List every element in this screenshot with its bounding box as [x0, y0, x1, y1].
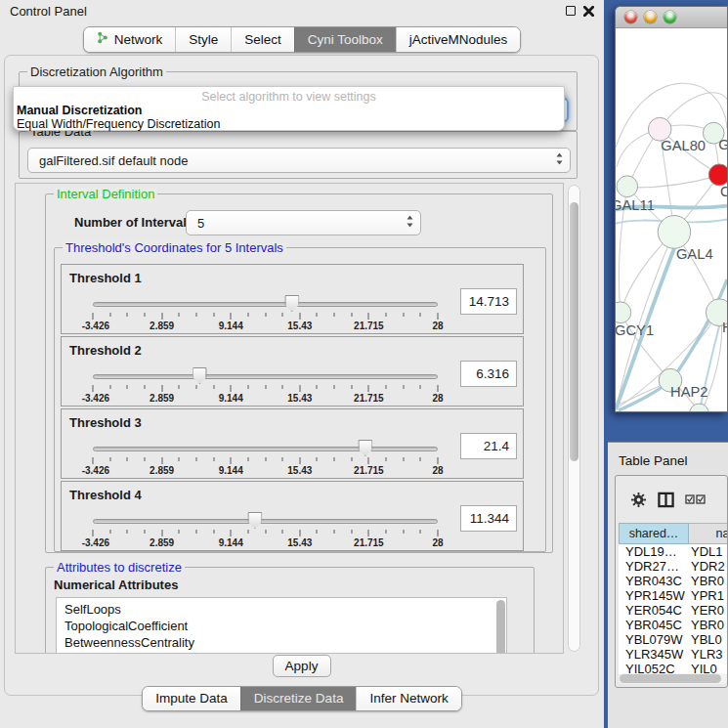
table-row[interactable]: YLR345WYLR3 — [619, 647, 728, 662]
control-panel: Control Panel NetworkStyleSelectCyni Too… — [0, 0, 604, 728]
tab-cyni-toolbox[interactable]: Cyni Toolbox — [294, 27, 396, 52]
split-columns-icon[interactable] — [658, 492, 674, 508]
table-cell: YLR345W — [619, 647, 687, 662]
attribute-item-topologicalcoefficient[interactable]: TopologicalCoefficient — [64, 618, 506, 634]
select-columns-checkboxes-icon[interactable] — [685, 493, 707, 505]
slider-thumb[interactable] — [193, 367, 207, 384]
group-title-interval-definition: Interval Definition — [54, 187, 157, 201]
table-row[interactable]: YBL079WYBL0 — [619, 632, 728, 647]
slider-track[interactable] — [93, 519, 438, 524]
table-cell: YDR27… — [619, 559, 687, 574]
group-title-discretization-algorithm: Discretization Algorithm — [27, 64, 166, 79]
cyni-toolbox-panel: Discretization Algorithm Select algorith… — [4, 55, 599, 696]
gear-icon[interactable] — [630, 492, 647, 508]
threshold-value-field[interactable]: 21.4 — [460, 433, 517, 459]
table-cell: YLR3 — [687, 647, 723, 662]
close-traffic-light[interactable] — [624, 11, 637, 23]
network-node[interactable] — [690, 404, 709, 411]
network-node-gcy1[interactable] — [616, 302, 631, 323]
threshold-panel-3: Threshold 3-3.4262.8599.14415.4321.71528… — [61, 408, 524, 479]
table-cell: YBR045C — [619, 618, 687, 632]
table-panel: Table Panel — [608, 442, 728, 728]
threshold-panel-4: Threshold 4-3.4262.8599.14415.4321.71528… — [61, 481, 524, 551]
float-window-icon[interactable] — [566, 6, 576, 16]
algorithm-dropdown-list: Select algorithm to view settings Manual… — [13, 86, 565, 131]
table-toolbar — [616, 476, 727, 523]
threshold-label: Threshold 2 — [69, 343, 142, 358]
tab-impute-data[interactable]: Impute Data — [143, 687, 240, 710]
network-node-c[interactable] — [708, 164, 727, 186]
number-of-intervals-label: Number of Intervals — [74, 215, 193, 230]
table-row[interactable]: YDL19…YDL1 — [619, 544, 728, 559]
table-cell: YBL079W — [619, 632, 687, 647]
column-header-shared-name[interactable]: shared… — [619, 523, 689, 544]
control-panel-titlebar: Control Panel — [0, 0, 604, 21]
slider-thumb[interactable] — [284, 295, 299, 312]
attribute-item-betweennesscentrality[interactable]: BetweennessCentrality — [64, 634, 506, 651]
table-row[interactable]: YBR045CYBR0 — [619, 618, 728, 632]
network-canvas[interactable]: GAL80GACGAL11GAL4GCY1HHAP2 — [616, 29, 727, 411]
threshold-label: Threshold 1 — [69, 271, 142, 285]
table-data-select[interactable]: galFiltered.sif default node — [27, 148, 571, 173]
network-edge[interactable] — [629, 176, 718, 188]
panel-scrollbar[interactable] — [568, 185, 580, 652]
table-cell: YDL19… — [619, 544, 687, 559]
dropdown-item-equal-width-frequency-discretization[interactable]: Equal Width/Frequency Discretization — [14, 117, 564, 131]
tab-network[interactable]: Network — [84, 27, 176, 52]
network-window-titlebar[interactable] — [616, 7, 727, 28]
zoom-traffic-light[interactable] — [664, 11, 676, 23]
column-header-name[interactable]: na — [689, 523, 728, 544]
apply-button[interactable]: Apply — [273, 655, 331, 677]
tab-style[interactable]: Style — [175, 27, 231, 52]
attribute-item-selfloops[interactable]: SelfLoops — [64, 601, 506, 618]
threshold-value-field[interactable]: 6.316 — [460, 361, 517, 387]
node-label: GAL4 — [676, 246, 713, 262]
table-data-value: galFiltered.sif default node — [39, 153, 188, 168]
tab-label: Infer Network — [369, 691, 448, 706]
table-row[interactable]: YBR043CYBR0 — [619, 574, 728, 588]
tab-infer-network[interactable]: Infer Network — [356, 687, 460, 710]
group-title-thresholds: Threshold's Coordinates for 5 Intervals — [63, 240, 286, 255]
number-of-intervals-select[interactable]: 5 — [186, 210, 421, 236]
node-label: HAP2 — [670, 384, 707, 400]
table-panel-title: Table Panel — [608, 443, 728, 468]
slider-track[interactable] — [93, 302, 438, 307]
combo-stepper-icon — [556, 153, 563, 168]
node-label: GAL11 — [616, 197, 655, 213]
slider-track[interactable] — [93, 374, 438, 379]
numerical-attributes-list[interactable]: SelfLoopsTopologicalCoefficientBetweenne… — [56, 597, 507, 654]
table-hscrollbar-thumb[interactable] — [620, 674, 721, 683]
threshold-panel-1: Threshold 1-3.4262.8599.14415.4321.71528… — [61, 264, 524, 334]
table-row[interactable]: YER054CYER0 — [619, 603, 728, 618]
tab-label: Select — [244, 32, 281, 47]
dropdown-item-manual-discretization[interactable]: Manual Discretization — [14, 104, 564, 117]
table-hscrollbar[interactable] — [619, 673, 728, 684]
threshold-value-field[interactable]: 14.713 — [460, 288, 517, 315]
table-rows: YDL19…YDL1YDR27…YDR2YBR043CYBR0YPR145WYP… — [619, 544, 728, 674]
table-row[interactable]: YDR27…YDR2 — [619, 559, 728, 574]
close-icon[interactable] — [583, 6, 594, 17]
table-row[interactable]: YPR145WYPR1 — [619, 588, 728, 603]
interval-definition-group: Interval Definition Number of Intervals … — [45, 193, 553, 553]
network-node-gal4[interactable] — [658, 216, 690, 249]
network-node-gal11[interactable] — [617, 176, 638, 197]
network-desktop: GAL80GACGAL11GAL4GCY1HHAP2 Table Panel — [604, 0, 728, 728]
tab-jactivemnodules[interactable]: jActiveMNodules — [396, 27, 521, 52]
slider-track[interactable] — [93, 447, 438, 451]
settings-scroll-area: Interval Definition Number of Intervals … — [15, 183, 564, 654]
top-tab-group: NetworkStyleSelectCyni ToolboxjActiveMNo… — [83, 26, 522, 53]
slider-thumb[interactable] — [358, 440, 372, 456]
list-scrollbar-thumb[interactable] — [496, 600, 505, 654]
table-cell: YBR043C — [619, 574, 687, 588]
slider-ticks — [93, 457, 438, 465]
number-of-intervals-value: 5 — [197, 216, 204, 231]
minimize-traffic-light[interactable] — [644, 11, 657, 23]
node-label: GCY1 — [616, 322, 654, 338]
panel-scrollbar-thumb[interactable] — [570, 202, 578, 461]
tab-discretize-data[interactable]: Discretize Data — [240, 687, 357, 710]
tab-select[interactable]: Select — [231, 27, 294, 52]
slider-ticks — [93, 385, 438, 393]
threshold-value-field[interactable]: 11.344 — [460, 505, 517, 532]
tab-label: Style — [189, 32, 218, 47]
slider-thumb[interactable] — [247, 512, 262, 529]
